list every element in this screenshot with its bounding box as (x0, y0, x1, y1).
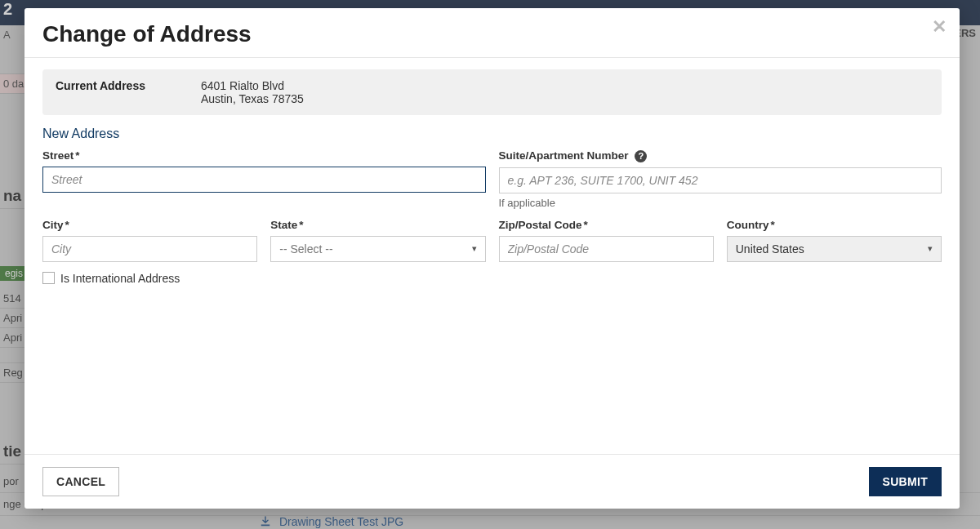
cancel-button[interactable]: CANCEL (42, 467, 119, 496)
modal-title: Change of Address (42, 21, 942, 47)
suite-label: Suite/Apartment Number ? (499, 149, 942, 162)
new-address-heading: New Address (42, 127, 942, 141)
suite-input[interactable] (499, 167, 942, 193)
country-selected: United States (736, 242, 804, 256)
state-select[interactable]: -- Select -- ▾ (270, 236, 485, 262)
chevron-down-icon: ▾ (472, 243, 477, 254)
change-address-modal: Change of Address ✕ Current Address 6401… (24, 8, 960, 509)
country-select[interactable]: United States ▾ (727, 236, 942, 262)
international-label: Is International Address (60, 272, 180, 285)
current-address-label: Current Address (56, 79, 162, 105)
current-address-line2: Austin, Texas 78735 (201, 92, 304, 105)
modal-body: Current Address 6401 Rialto Blvd Austin,… (24, 58, 960, 454)
street-input[interactable] (42, 167, 486, 193)
state-selected: -- Select -- (279, 242, 332, 256)
state-label: State* (270, 219, 485, 231)
city-label: City* (42, 219, 257, 231)
help-icon[interactable]: ? (635, 150, 647, 162)
modal-header: Change of Address ✕ (24, 8, 960, 58)
submit-button[interactable]: SUBMIT (869, 467, 942, 496)
current-address-box: Current Address 6401 Rialto Blvd Austin,… (42, 69, 942, 115)
zip-input[interactable] (499, 236, 714, 262)
city-input[interactable] (42, 236, 257, 262)
international-checkbox-row: Is International Address (42, 272, 942, 285)
international-checkbox[interactable] (42, 272, 55, 284)
country-label: Country* (727, 219, 942, 231)
zip-label: Zip/Postal Code* (499, 219, 714, 231)
street-label: Street* (42, 149, 486, 162)
close-icon[interactable]: ✕ (932, 16, 947, 38)
current-address-line1: 6401 Rialto Blvd (201, 79, 304, 92)
modal-footer: CANCEL SUBMIT (24, 454, 960, 509)
current-address-value: 6401 Rialto Blvd Austin, Texas 78735 (201, 79, 304, 105)
suite-helper: If applicable (499, 197, 942, 209)
chevron-down-icon: ▾ (928, 243, 933, 254)
